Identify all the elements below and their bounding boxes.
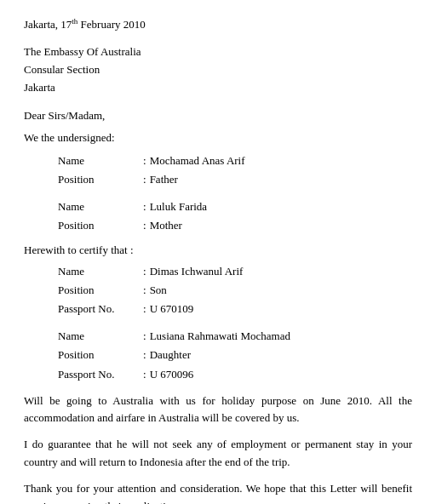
person-block-2: Name : Luluk Farida Position : Mother	[58, 198, 412, 235]
cp1-position-value: Son	[150, 281, 412, 300]
person2-name-row: Name : Luluk Farida	[58, 198, 412, 216]
person2-name-value: Luluk Farida	[150, 198, 412, 216]
person1-position-row: Position : Father	[58, 170, 412, 189]
paragraph2: I do guarantee that he will not seek any…	[24, 436, 412, 472]
cp1-name-label: Name	[58, 262, 143, 281]
intro: We the undersigned:	[24, 131, 412, 145]
salutation: Dear Sirs/Madam,	[24, 109, 412, 123]
certify-person-block-1: Name : Dimas Ichwanul Arif Position : So…	[58, 262, 412, 318]
cp2-position-row: Position : Daughter	[58, 346, 412, 364]
date-line: Jakarta, 17th February 2010	[24, 17, 412, 32]
cp1-passport-value: U 670109	[150, 300, 412, 318]
cp1-name-row: Name : Dimas Ichwanul Arif	[58, 262, 412, 281]
cp2-passport-row: Passport No. : U 670096	[58, 365, 412, 384]
paragraph3: Thank you for your attention and conside…	[24, 480, 412, 504]
cp1-position-label: Position	[58, 281, 143, 300]
cp2-name-row: Name : Lusiana Rahmawati Mochamad	[58, 327, 412, 346]
person1-name-value: Mochamad Anas Arif	[150, 152, 412, 170]
address-line2: Consular Section	[24, 61, 412, 79]
person2-position-label: Position	[58, 216, 143, 235]
person2-position-value: Mother	[150, 216, 412, 235]
date-text: Jakarta, 17	[24, 18, 72, 31]
person2-name-label: Name	[58, 198, 143, 216]
address-line3: Jakarta	[24, 79, 412, 97]
cp1-name-value: Dimas Ichwanul Arif	[150, 262, 412, 281]
certify-section: Herewith to certify that : Name : Dimas …	[24, 243, 412, 384]
person1-name-row: Name : Mochamad Anas Arif	[58, 152, 412, 170]
person1-name-label: Name	[58, 152, 143, 170]
address-line1: The Embassy Of Australia	[24, 43, 412, 61]
cp1-passport-row: Passport No. : U 670109	[58, 300, 412, 318]
cp2-passport-label: Passport No.	[58, 365, 143, 384]
date-rest: February 2010	[77, 18, 145, 31]
person1-position-value: Father	[150, 170, 412, 189]
address-block: The Embassy Of Australia Consular Sectio…	[24, 43, 412, 96]
cp1-passport-label: Passport No.	[58, 300, 143, 318]
cp2-name-label: Name	[58, 327, 143, 346]
certify-person-block-2: Name : Lusiana Rahmawati Mochamad Positi…	[58, 327, 412, 383]
person-block-1: Name : Mochamad Anas Arif Position : Fat…	[58, 152, 412, 189]
person2-position-row: Position : Mother	[58, 216, 412, 235]
cp1-position-row: Position : Son	[58, 281, 412, 300]
cp2-position-label: Position	[58, 346, 143, 364]
certify-intro: Herewith to certify that :	[24, 243, 412, 257]
letter-page: Jakarta, 17th February 2010 The Embassy …	[0, 0, 436, 504]
cp2-passport-value: U 670096	[150, 365, 412, 384]
cp2-name-value: Lusiana Rahmawati Mochamad	[150, 327, 412, 346]
paragraph1: Will be going to Australia with us for h…	[24, 392, 412, 428]
cp2-position-value: Daughter	[150, 346, 412, 364]
person1-position-label: Position	[58, 170, 143, 189]
